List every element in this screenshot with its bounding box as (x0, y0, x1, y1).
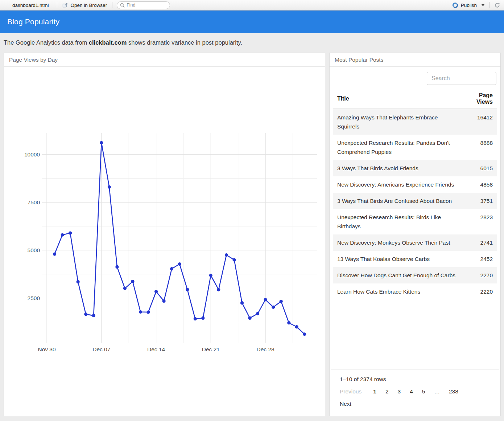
chart-panel-title: Page Views by Day (4, 53, 325, 67)
post-title-cell: New Discovery: Americans Experience Frie… (333, 176, 464, 193)
x-axis-tick-label: Dec 28 (257, 346, 274, 352)
post-views-cell: 4858 (464, 176, 497, 193)
subtitle: The Google Analytics data from clickbait… (0, 33, 504, 53)
chart-point (100, 141, 103, 144)
post-views-cell: 2452 (464, 251, 497, 267)
dashboard-navbar: Blog Popularity (0, 11, 504, 33)
post-views-cell: 2823 (464, 209, 497, 234)
post-title-cell: Unexpected Research Results: Birds Like … (333, 209, 464, 234)
subtitle-domain: clickbait.com (89, 39, 127, 46)
chart-point (232, 258, 236, 261)
publish-label: Publish (461, 3, 477, 8)
pagination: 1–10 of 2374 rows Previous 12345…238 Nex… (331, 369, 499, 416)
chart-point (139, 310, 142, 314)
chart-point (264, 298, 267, 301)
table-row[interactable]: Unexpected Research Results: Pandas Don'… (333, 135, 497, 160)
post-views-cell: 8888 (464, 135, 497, 160)
pageviews-chart: 25005000750010000Nov 30Dec 07Dec 14Dec 2… (4, 129, 325, 354)
search-icon (120, 3, 125, 8)
subtitle-suffix: shows dramatic variance in post populari… (127, 39, 242, 46)
chart-point (303, 332, 306, 336)
y-axis-tick-label: 2500 (28, 295, 40, 301)
post-views-cell: 16412 (464, 109, 497, 135)
publish-button[interactable]: Publish (451, 1, 486, 9)
page-number-button[interactable]: 238 (449, 388, 458, 395)
post-title-cell: Amazing Ways That Elephants Embrace Squi… (333, 109, 464, 135)
y-axis-tick-label: 5000 (28, 247, 40, 253)
viewer-toolbar: dashboard1.html Open in Browser Publish (0, 0, 504, 11)
table-row[interactable]: Discover How Dogs Can't Get Enough of Ca… (333, 267, 497, 283)
table-row[interactable]: 13 Ways That Koalas Observe Carbs2452 (333, 251, 497, 267)
table-header-row: Title Page Views (333, 89, 497, 109)
chart-point (131, 280, 134, 283)
posts-panel: Most Popular Posts Title Page Views Amaz… (329, 53, 501, 416)
find-box (117, 1, 170, 9)
table-row[interactable]: Unexpected Research Results: Birds Like … (333, 209, 497, 234)
y-axis-tick-label: 10000 (24, 151, 40, 158)
post-views-cell: 6015 (464, 160, 497, 176)
page-number-button[interactable]: 1 (373, 388, 376, 395)
chart-point (225, 253, 228, 257)
chart-point (170, 267, 173, 270)
post-views-cell: 2741 (464, 234, 497, 251)
column-header-title[interactable]: Title (333, 89, 464, 109)
chart-point (115, 265, 119, 269)
open-in-browser-button[interactable]: Open in Browser (61, 1, 109, 9)
table-row[interactable]: New Discovery: Americans Experience Frie… (333, 176, 497, 193)
column-header-pageviews[interactable]: Page Views (464, 89, 497, 109)
post-title-cell: 3 Ways That Birds Are Confused About Bac… (333, 193, 464, 209)
next-page-button[interactable]: Next (340, 401, 351, 407)
pagination-summary: 1–10 of 2374 rows (340, 376, 490, 383)
table-row[interactable]: Amazing Ways That Elephants Embrace Squi… (333, 109, 497, 135)
toolbar-divider (57, 2, 57, 8)
post-title-cell: Discover How Dogs Can't Get Enough of Ca… (333, 267, 464, 283)
previous-page-button[interactable]: Previous (340, 388, 362, 395)
post-title-cell: 13 Ways That Koalas Observe Carbs (333, 251, 464, 267)
table-row[interactable]: New Discovery: Monkeys Observe Their Pas… (333, 234, 497, 251)
chart-point (123, 287, 127, 290)
main-content: Page Views by Day 25005000750010000Nov 3… (4, 53, 501, 416)
refresh-icon (494, 2, 500, 8)
chart-panel: Page Views by Day 25005000750010000Nov 3… (4, 53, 325, 416)
pagination-ellipsis: … (434, 388, 440, 395)
file-tab[interactable]: dashboard1.html (12, 3, 53, 8)
chart-point (295, 325, 298, 328)
chart-point (154, 290, 158, 293)
chart-body: 25005000750010000Nov 30Dec 07Dec 14Dec 2… (4, 67, 325, 416)
table-row[interactable]: Learn How Cats Embrace Kittens2220 (333, 283, 497, 300)
chart-point (162, 299, 166, 303)
page-number-button[interactable]: 3 (398, 388, 401, 395)
y-axis-tick-label: 7500 (28, 199, 40, 205)
table-row[interactable]: 3 Ways That Birds Are Confused About Bac… (333, 193, 497, 209)
chart-point (69, 231, 72, 234)
table-search-input[interactable] (427, 72, 496, 85)
page-title: Blog Popularity (7, 17, 59, 26)
posts-table: Title Page Views Amazing Ways That Eleph… (333, 89, 497, 300)
post-title-cell: 3 Ways That Birds Avoid Friends (333, 160, 464, 176)
post-views-cell: 3751 (464, 193, 497, 209)
chart-point (186, 288, 189, 291)
chart-point (240, 301, 244, 304)
chart-point (53, 252, 56, 256)
chart-line (55, 143, 305, 334)
find-input[interactable] (127, 3, 163, 8)
chart-point (272, 306, 275, 309)
page-number-button[interactable]: 5 (422, 388, 425, 395)
chart-point (209, 274, 212, 277)
subtitle-prefix: The Google Analytics data from (4, 39, 89, 46)
post-views-cell: 2220 (464, 283, 497, 300)
pager-row: Previous 12345…238 (340, 388, 490, 395)
refresh-button[interactable] (493, 2, 504, 8)
chart-point (194, 317, 197, 320)
table-row[interactable]: 3 Ways That Birds Avoid Friends6015 (333, 160, 497, 176)
chart-point (201, 316, 205, 320)
chart-point (77, 280, 80, 283)
chart-point (280, 300, 283, 303)
open-in-browser-icon (62, 2, 68, 8)
page-number-button[interactable]: 2 (385, 388, 389, 395)
chart-point (146, 310, 150, 314)
open-in-browser-label: Open in Browser (71, 3, 107, 8)
post-title-cell: Unexpected Research Results: Pandas Don'… (333, 135, 464, 160)
page-number-button[interactable]: 4 (410, 388, 413, 395)
x-axis-tick-label: Dec 07 (92, 346, 110, 352)
